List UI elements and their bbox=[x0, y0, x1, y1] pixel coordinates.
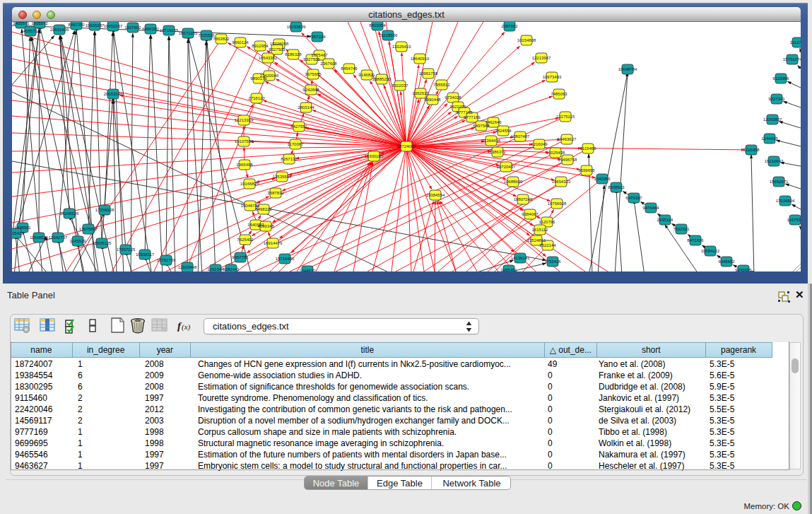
svg-text:1292344: 1292344 bbox=[207, 267, 224, 271]
svg-text:1362615: 1362615 bbox=[412, 91, 429, 95]
svg-text:11568529: 11568529 bbox=[30, 235, 49, 240]
svg-text:7632621: 7632621 bbox=[673, 227, 690, 231]
svg-text:12275115: 12275115 bbox=[556, 115, 575, 119]
svg-text:1615112: 1615112 bbox=[532, 228, 549, 232]
svg-text:3824554: 3824554 bbox=[495, 129, 512, 133]
svg-text:1044632: 1044632 bbox=[299, 269, 316, 271]
svg-text:8267130: 8267130 bbox=[281, 157, 298, 161]
svg-text:8813054: 8813054 bbox=[369, 23, 386, 28]
svg-text:15751074: 15751074 bbox=[783, 57, 801, 62]
svg-text:18807249: 18807249 bbox=[514, 197, 533, 201]
svg-text:10973493: 10973493 bbox=[543, 75, 562, 79]
svg-text:16671355: 16671355 bbox=[179, 31, 198, 35]
svg-text:9657791: 9657791 bbox=[232, 255, 249, 259]
svg-text:26206526: 26206526 bbox=[60, 211, 79, 216]
svg-text:16033809: 16033809 bbox=[287, 25, 306, 29]
svg-text:14055713: 14055713 bbox=[21, 29, 40, 33]
svg-text:7485063: 7485063 bbox=[551, 92, 567, 96]
svg-text:13535594: 13535594 bbox=[273, 175, 292, 179]
svg-text:9327505: 9327505 bbox=[303, 57, 320, 62]
svg-text:15720407: 15720407 bbox=[497, 165, 516, 169]
svg-text:1145519: 1145519 bbox=[70, 239, 87, 243]
svg-text:1965498: 1965498 bbox=[236, 163, 253, 167]
svg-text:12213967: 12213967 bbox=[532, 56, 551, 60]
svg-text:9245652: 9245652 bbox=[718, 259, 735, 264]
svg-text:7955812: 7955812 bbox=[433, 83, 450, 87]
svg-text:1120796: 1120796 bbox=[539, 220, 556, 224]
svg-text:8427552: 8427552 bbox=[290, 124, 307, 129]
svg-text:8454749: 8454749 bbox=[341, 66, 358, 71]
svg-text:7625402: 7625402 bbox=[237, 238, 254, 242]
svg-text:18724007: 18724007 bbox=[397, 144, 416, 148]
svg-text:1065451: 1065451 bbox=[500, 268, 517, 271]
svg-text:19166825: 19166825 bbox=[240, 182, 259, 186]
svg-text:16210643: 16210643 bbox=[765, 159, 784, 163]
svg-text:10653267: 10653267 bbox=[104, 24, 123, 28]
svg-text:15226058: 15226058 bbox=[270, 42, 289, 46]
svg-text:2367608: 2367608 bbox=[320, 62, 337, 66]
svg-text:9242848: 9242848 bbox=[302, 88, 319, 92]
svg-text:9245695: 9245695 bbox=[735, 268, 752, 271]
svg-text:16914479: 16914479 bbox=[264, 241, 283, 245]
svg-text:6216049: 6216049 bbox=[531, 142, 548, 146]
svg-text:8938913: 8938913 bbox=[608, 185, 625, 189]
svg-text:20053346: 20053346 bbox=[104, 92, 123, 96]
svg-text:17016504: 17016504 bbox=[776, 199, 795, 203]
svg-text:7357224: 7357224 bbox=[309, 35, 326, 39]
svg-text:3915413: 3915413 bbox=[12, 231, 24, 235]
svg-text:8461350: 8461350 bbox=[68, 23, 85, 27]
svg-text:(x): (x) bbox=[182, 322, 191, 332]
svg-text:9527503: 9527503 bbox=[269, 47, 286, 52]
svg-text:8471626: 8471626 bbox=[687, 238, 704, 243]
svg-text:3675685: 3675685 bbox=[305, 72, 322, 76]
svg-text:1244415: 1244415 bbox=[761, 136, 778, 141]
svg-text:9129996: 9129996 bbox=[772, 76, 789, 81]
svg-text:16543362: 16543362 bbox=[259, 56, 278, 60]
svg-text:9734028: 9734028 bbox=[445, 95, 461, 100]
svg-text:13325419: 13325419 bbox=[392, 45, 411, 49]
svg-text:1405571: 1405571 bbox=[13, 22, 30, 25]
svg-text:9699695: 9699695 bbox=[578, 168, 595, 173]
svg-text:16782759: 16782759 bbox=[157, 258, 176, 262]
svg-text:10807487: 10807487 bbox=[511, 134, 530, 139]
svg-text:1170067: 1170067 bbox=[288, 142, 305, 146]
svg-text:12923448: 12923448 bbox=[178, 265, 197, 269]
svg-text:7462646: 7462646 bbox=[485, 120, 502, 124]
svg-text:10654122: 10654122 bbox=[701, 249, 720, 253]
svg-text:8990448: 8990448 bbox=[424, 98, 441, 102]
svg-text:10961758: 10961758 bbox=[419, 71, 438, 76]
svg-text:1167533: 1167533 bbox=[787, 218, 801, 222]
svg-text:1438501: 1438501 bbox=[14, 226, 31, 230]
svg-text:5498222: 5498222 bbox=[255, 207, 272, 211]
svg-text:2935114: 2935114 bbox=[657, 218, 674, 222]
svg-text:10107553: 10107553 bbox=[235, 139, 254, 144]
svg-text:12093837: 12093837 bbox=[763, 117, 782, 122]
svg-text:13975857: 13975857 bbox=[79, 227, 98, 231]
svg-text:20691406: 20691406 bbox=[50, 28, 69, 32]
svg-text:2803144: 2803144 bbox=[298, 105, 314, 110]
svg-text:1640956: 1640956 bbox=[594, 177, 611, 181]
svg-text:9890176: 9890176 bbox=[250, 76, 267, 81]
svg-text:18640910: 18640910 bbox=[411, 57, 430, 61]
svg-text:14136141: 14136141 bbox=[511, 256, 530, 260]
svg-text:6466160: 6466160 bbox=[142, 27, 159, 31]
svg-text:7663822: 7663822 bbox=[213, 37, 230, 41]
svg-text:8186328: 8186328 bbox=[285, 52, 302, 57]
svg-text:19463627: 19463627 bbox=[558, 137, 577, 141]
svg-text:1112745: 1112745 bbox=[790, 40, 801, 45]
svg-text:10648784: 10648784 bbox=[618, 67, 637, 71]
svg-text:4099348: 4099348 bbox=[257, 224, 274, 228]
svg-text:2522144: 2522144 bbox=[539, 243, 556, 247]
svg-text:9777169: 9777169 bbox=[464, 115, 481, 119]
svg-text:17957225: 17957225 bbox=[117, 247, 136, 252]
svg-text:19756928: 19756928 bbox=[548, 201, 567, 206]
svg-text:3215958: 3215958 bbox=[743, 148, 760, 152]
svg-text:19654323: 19654323 bbox=[552, 180, 571, 184]
svg-text:9660124: 9660124 bbox=[232, 40, 249, 45]
svg-text:19218506: 19218506 bbox=[379, 33, 398, 37]
svg-text:2087662: 2087662 bbox=[501, 24, 518, 28]
svg-text:3587832: 3587832 bbox=[267, 191, 284, 195]
svg-text:10688609: 10688609 bbox=[504, 180, 523, 184]
svg-text:7386372: 7386372 bbox=[489, 150, 506, 154]
svg-text:12213369: 12213369 bbox=[235, 118, 254, 122]
